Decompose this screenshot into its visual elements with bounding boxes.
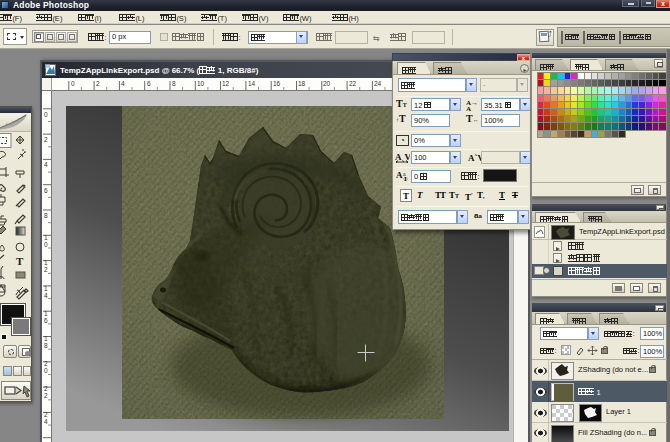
svg-text:1: 1 [44,310,48,317]
svg-text:12: 12 [222,80,230,87]
svg-text:T: T [16,255,24,267]
svg-text:8: 8 [44,212,48,219]
svg-text:4: 4 [44,418,48,425]
svg-text:0: 0 [71,80,75,87]
svg-text:1: 1 [44,234,48,241]
svg-text:1: 1 [44,259,48,266]
svg-text:18: 18 [298,80,306,87]
svg-text:6: 6 [44,317,48,324]
svg-text:10: 10 [197,80,205,87]
svg-text:2: 2 [96,80,100,87]
svg-text:1: 1 [44,335,48,342]
svg-text:24: 24 [374,80,382,87]
svg-text:0: 0 [44,111,48,118]
svg-text:2: 2 [44,392,48,399]
svg-text:8: 8 [172,80,176,87]
svg-text:22: 22 [349,80,357,87]
svg-text:A: A [466,105,471,111]
svg-text:1: 1 [44,285,48,292]
svg-text:4: 4 [121,80,125,87]
svg-text:4: 4 [44,292,48,299]
svg-text:2: 2 [44,411,48,418]
svg-text:2: 2 [44,385,48,392]
svg-text:a: a [403,171,406,177]
svg-text:8: 8 [44,342,48,349]
svg-text:2: 2 [44,360,48,367]
svg-text:A: A [396,170,403,180]
svg-text:2: 2 [44,136,48,143]
svg-text:16: 16 [273,80,281,87]
svg-text:6: 6 [147,80,151,87]
svg-text:0: 0 [44,367,48,374]
svg-text:14: 14 [248,80,256,87]
svg-text:6: 6 [44,187,48,194]
svg-text:4: 4 [44,161,48,168]
svg-text:AˎV: AˎV [395,152,410,162]
svg-text:2: 2 [44,266,48,273]
svg-text:0: 0 [44,241,48,248]
svg-text:AˋV: AˋV [468,153,481,163]
svg-text:20: 20 [323,80,331,87]
